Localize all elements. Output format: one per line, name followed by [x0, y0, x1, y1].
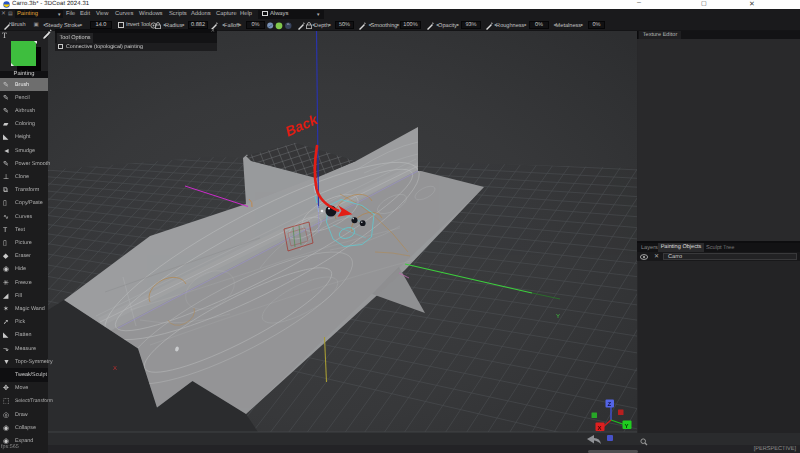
svg-text:Z: Z	[608, 401, 612, 408]
svg-text:Y: Y	[625, 423, 629, 430]
svg-text:X: X	[113, 365, 117, 372]
svg-text:Y: Y	[556, 313, 560, 320]
svg-text:X: X	[598, 425, 602, 432]
